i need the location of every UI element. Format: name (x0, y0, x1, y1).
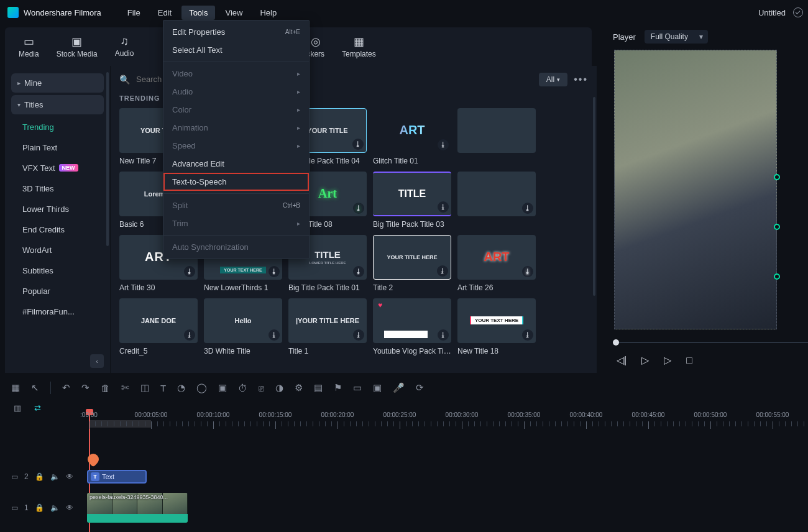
download-icon[interactable]: ⭳ (269, 266, 280, 277)
title-card[interactable]: ♥⭳Youtube Vlog Pack Titl... (373, 298, 451, 355)
title-card[interactable]: JANE DOE⭳Credit_5 (119, 298, 198, 355)
quality-select[interactable]: Full Quality (645, 30, 708, 44)
time-ruler[interactable]: :00:0000:00:05:0000:00:10:0000:00:15:000… (89, 414, 802, 431)
lock-icon[interactable]: 🔒 (35, 503, 44, 512)
color-icon[interactable]: ◑ (275, 382, 283, 393)
dd-text-to-speech[interactable]: Text-to-Speech (163, 173, 309, 191)
dd-edit-properties[interactable]: Edit PropertiesAlt+E (163, 23, 309, 41)
title-card[interactable]: ART⭳Art Title 26 (457, 235, 536, 292)
track-manager-icon[interactable]: ▥ (11, 401, 24, 414)
speed-icon[interactable]: ◔ (177, 382, 185, 393)
title-card[interactable]: TITLE⭳Big Title Pack Title 03 (373, 172, 451, 229)
group-icon[interactable]: ▭ (353, 382, 362, 393)
menu-edit[interactable]: Edit (150, 6, 179, 20)
title-thumbnail[interactable]: YOUR TITLE HERE⭳ (373, 235, 451, 280)
sidebar-item-lower-thirds[interactable]: Lower Thirds (16, 199, 110, 219)
title-thumbnail[interactable]: TITLE⭳ (373, 172, 451, 216)
text-clip[interactable]: T Text (87, 470, 147, 484)
sidebar-item-subtitles[interactable]: Subtitles (16, 260, 110, 281)
download-icon[interactable]: ⭳ (352, 139, 364, 150)
snap-icon[interactable]: ⎚ (259, 383, 264, 393)
mute-icon[interactable]: 🔈 (50, 503, 60, 512)
menu-tools[interactable]: Tools (181, 6, 215, 20)
mute-icon[interactable]: 🔈 (50, 472, 60, 481)
dd-advanced-edit[interactable]: Advanced Edit (163, 155, 309, 173)
tab-templates[interactable]: ▦Templates (333, 31, 385, 62)
render-icon[interactable]: ⟳ (416, 382, 424, 393)
link-icon[interactable]: ⇄ (31, 401, 44, 414)
download-icon[interactable]: ⭳ (438, 329, 449, 341)
pointer-icon[interactable]: ↖ (31, 382, 39, 393)
download-icon[interactable]: ⭳ (438, 139, 449, 150)
transform-handle-icon[interactable] (774, 174, 780, 180)
keyframe-icon[interactable]: ▣ (218, 382, 227, 393)
title-card[interactable]: YOUR TEXT HERE⭳New Title 18 (457, 298, 536, 355)
collapse-sidebar-icon[interactable]: ‹ (90, 354, 104, 368)
voiceover-icon[interactable]: 🎤 (393, 382, 405, 393)
video-clip[interactable]: pexels-fauxels-3249935-3840... (87, 493, 188, 523)
sidebar-item-wordart[interactable]: WordArt (16, 240, 110, 260)
sidebar-item-end-credits[interactable]: End Credits (16, 219, 110, 240)
mask-icon[interactable]: ◯ (196, 382, 207, 393)
title-card[interactable]: ART⭳Glitch Title 01 (373, 108, 451, 165)
tab-stock-media[interactable]: ▣Stock Media (48, 31, 106, 62)
title-card[interactable]: ⭳ (457, 172, 536, 229)
more-options-icon[interactable]: ••• (574, 74, 588, 85)
sidebar-titles[interactable]: ▾Titles (11, 95, 104, 114)
menu-help[interactable]: Help (252, 6, 284, 20)
content-scrollbar[interactable] (593, 97, 595, 296)
title-card[interactable]: YOUR TITLE HERE⭳Title 2 (373, 235, 451, 292)
preview-scrubber[interactable] (613, 341, 808, 344)
download-icon[interactable]: ⭳ (184, 329, 195, 341)
sidebar-scrollbar[interactable] (106, 72, 109, 246)
prev-frame-icon[interactable]: ◁| (617, 354, 627, 366)
dd-color[interactable]: Color▸ (163, 101, 309, 119)
visibility-icon[interactable]: 👁 (66, 503, 73, 512)
title-thumbnail[interactable] (457, 108, 536, 153)
stop-icon[interactable]: □ (686, 355, 692, 366)
download-icon[interactable]: ⭳ (353, 266, 364, 277)
marker-icon[interactable]: ⚑ (334, 382, 342, 393)
title-card[interactable] (457, 108, 536, 165)
audio-mix-icon[interactable]: ▤ (314, 382, 323, 393)
crop-icon[interactable]: ◫ (140, 382, 149, 393)
download-icon[interactable]: ⭳ (522, 329, 533, 341)
menu-view[interactable]: View (218, 6, 250, 20)
delete-icon[interactable]: 🗑 (101, 383, 110, 393)
title-thumbnail[interactable]: |YOUR TITLE HERE⭳ (288, 298, 367, 343)
download-icon[interactable]: ⭳ (437, 265, 448, 277)
record-icon[interactable]: ▣ (373, 382, 382, 393)
cut-icon[interactable]: ✄ (121, 382, 129, 393)
adjust-icon[interactable]: ⚙ (295, 382, 303, 393)
visibility-icon[interactable]: 👁 (66, 472, 73, 481)
dd-speed[interactable]: Speed▸ (163, 137, 309, 155)
title-card[interactable]: Hello⭳3D White Title (204, 298, 282, 355)
play-icon[interactable]: ▷ (664, 354, 671, 366)
title-thumbnail[interactable]: ART⭳ (457, 235, 536, 280)
sidebar-item-trending[interactable]: Trending (16, 117, 110, 137)
sidebar-item-3d-titles[interactable]: 3D Titles (16, 178, 110, 199)
lock-icon[interactable]: 🔒 (35, 472, 44, 481)
dd-audio[interactable]: Audio▸ (163, 83, 309, 101)
play-pause-icon[interactable]: ▷ (641, 354, 649, 366)
filter-all-button[interactable]: All▾ (539, 73, 567, 86)
dd-animation[interactable]: Animation▸ (163, 119, 309, 137)
tab-media[interactable]: ▭Media (10, 31, 48, 62)
redo-icon[interactable]: ↷ (81, 382, 90, 393)
dd-auto-sync[interactable]: Auto Synchronization (163, 238, 309, 256)
title-thumbnail[interactable]: Hello⭳ (204, 298, 282, 343)
sidebar-item-filmorafun[interactable]: #FilmoraFun... (16, 301, 110, 322)
download-icon[interactable]: ⭳ (353, 329, 364, 341)
sidebar-mine[interactable]: ▸Mine (11, 73, 104, 93)
scrubber-knob-icon[interactable] (613, 339, 619, 346)
title-thumbnail[interactable]: ♥⭳ (373, 298, 451, 343)
menu-file[interactable]: File (120, 6, 148, 20)
text-icon[interactable]: T (160, 383, 166, 393)
sidebar-item-vfx-text[interactable]: VFX TextNEW (16, 158, 110, 178)
download-icon[interactable]: ⭳ (184, 266, 195, 277)
sidebar-item-popular[interactable]: Popular (16, 281, 110, 301)
dd-select-all-text[interactable]: Select All Text (163, 41, 309, 59)
download-icon[interactable]: ⭳ (353, 203, 364, 214)
download-icon[interactable]: ⭳ (438, 201, 449, 213)
timer-icon[interactable]: ⏱ (238, 383, 247, 393)
